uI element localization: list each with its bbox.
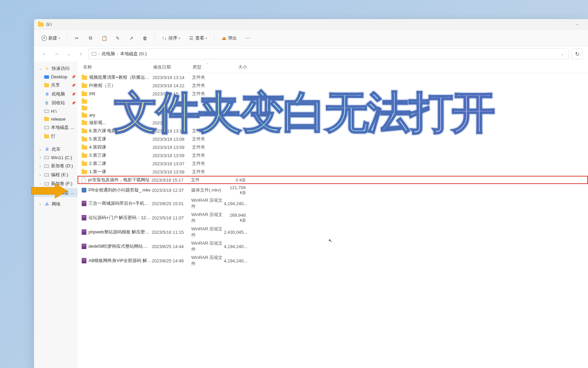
eject-button[interactable]: ⏏ 弹出	[218, 33, 240, 43]
recycle-icon: 🗑	[44, 100, 50, 106]
file-name: 3.第三课	[89, 152, 152, 158]
file-row[interactable]: 论坛源码+门户 解压密码：123.rar2023/5/18 11:07WinRA…	[78, 211, 588, 225]
file-type: 文件夹	[192, 82, 225, 89]
file-row[interactable]: 6.第六课 电影解说2023/3/19 13:16文件夹	[78, 127, 588, 135]
file-row[interactable]: PR全程遇到的小问题答疑_.mkv2023/3/19 12:37媒体文件(.mk…	[78, 184, 588, 196]
sort-button[interactable]: ↑↓ 排序 ▾	[158, 33, 184, 43]
sidebar-item[interactable]: 本地磁盘 (G:)	[34, 123, 78, 132]
file-type: 文件夹	[192, 169, 225, 175]
sidebar-item[interactable]: 🗑回收站📌	[34, 98, 78, 107]
sidebar-drive-item[interactable]: ›编程 (E:)	[34, 170, 78, 179]
address-bar[interactable]: › 此电脑 › 本地磁盘 (G:) ⌄	[88, 48, 569, 59]
rename-icon: ✎	[115, 35, 120, 41]
folder-icon	[44, 83, 49, 87]
file-name: 三合一商城源码带后台+手机版 解压密码...	[88, 200, 152, 206]
file-row[interactable]	[78, 105, 588, 111]
star-icon: ★	[44, 66, 50, 71]
sidebar-item[interactable]: release	[34, 115, 78, 123]
chevron-down-icon[interactable]: ⌄	[38, 148, 42, 151]
cut-button[interactable]: ✂	[71, 33, 83, 43]
file-list[interactable]: 视频批量消重+教程（防搬运工具9月更...2023/3/19 13:14文件夹P…	[78, 73, 588, 368]
view-button[interactable]: ☰ 查看 ▾	[185, 33, 211, 43]
file-row[interactable]: dede58织梦响应式整站网站源码模板 解...2023/8/25 14:44W…	[78, 239, 588, 254]
file-row[interactable]: 三合一商城源码带后台+手机版 解压密码...2023/8/25 15:01Win…	[78, 196, 588, 211]
sidebar-drive-item[interactable]: ›Win11 (C:)	[34, 154, 78, 162]
folder-icon	[82, 129, 87, 133]
chevron-down-icon[interactable]: ⌄	[559, 52, 566, 56]
file-row[interactable]: pr安装包及插件，电影下载网址2023/3/19 15:17文件0 KB	[78, 176, 588, 184]
file-row[interactable]: 2.第二课2023/3/19 13:07文件夹	[78, 159, 588, 168]
share-button[interactable]: ↗	[125, 33, 137, 43]
file-date: 2023/3/19 13:16	[152, 128, 192, 134]
sidebar-item[interactable]: 🖥此电脑📌	[34, 90, 78, 98]
more-button[interactable]: ⋯	[242, 33, 254, 43]
more-icon: ⋯	[245, 35, 250, 41]
chevron-icon: ›	[98, 52, 100, 56]
chevron-down-icon[interactable]: ⌄	[38, 67, 42, 71]
folder-icon	[82, 99, 87, 104]
folder-icon	[82, 106, 87, 110]
sidebar-item[interactable]: Desktop📌	[34, 73, 78, 81]
folder-icon	[82, 154, 87, 158]
recent-button[interactable]: ⌄	[64, 49, 74, 59]
breadcrumb-pc[interactable]: 此电脑	[102, 51, 115, 57]
file-row[interactable]: 1.第一课2023/3/19 13:59文件夹	[78, 168, 588, 176]
titlebar[interactable]: G:\ ─	[34, 19, 588, 30]
toolbar: + 新建 ▾ ✂ ⧉ 📋 ✎ ↗ 🗑 ↑↓ 排序 ▾ ☰ 查看 ▾ ⏏ 弹出 ⋯	[34, 30, 588, 46]
refresh-button[interactable]: ↻	[572, 48, 583, 59]
col-date[interactable]: 修改日期	[153, 64, 193, 70]
file-date: 2023/3/19 13:59	[152, 145, 192, 150]
file-type: 文件	[191, 177, 224, 183]
sidebar-item[interactable]: H:\	[34, 107, 78, 115]
folder-icon	[44, 117, 49, 121]
mkv-icon	[82, 188, 86, 193]
rename-button[interactable]: ✎	[112, 33, 124, 43]
file-row[interactable]: ary	[78, 111, 588, 119]
sidebar-network[interactable]: › 🖧 网络	[34, 200, 78, 209]
chevron-right-icon[interactable]: ›	[38, 164, 42, 168]
back-button[interactable]: ←	[39, 49, 49, 59]
sidebar-this-pc[interactable]: ⌄ 🖥 此车	[34, 145, 78, 154]
file-row[interactable]: 做影视...2023/	[78, 119, 588, 127]
paste-button[interactable]: 📋	[98, 33, 110, 43]
file-row[interactable]: 3.第三课2023/3/19 13:59文件夹	[78, 151, 588, 159]
sidebar-quick-access[interactable]: ⌄ ★ 快速访问	[34, 64, 78, 73]
col-type[interactable]: 类型⌄	[193, 64, 225, 70]
file-type: 文件夹	[192, 128, 225, 134]
file-row[interactable]: AB模板网终身VIP全部源码 解压密码：1...2023/8/25 14:46W…	[78, 254, 588, 268]
pc-icon: 🖥	[44, 91, 50, 97]
chevron-right-icon[interactable]: ›	[38, 173, 42, 177]
file-row[interactable]: Pr教程（三）2023/3/19 14:22文件夹	[78, 81, 588, 90]
up-button[interactable]: ↑	[76, 49, 86, 59]
forward-button[interactable]: →	[52, 49, 61, 59]
file-type: 文件夹	[192, 74, 225, 80]
file-date: 2023/	[152, 120, 192, 125]
file-date: 2023/5/18 11:15	[152, 230, 191, 235]
sidebar-drive-item[interactable]: ›新加卷 (D:)	[34, 162, 78, 170]
file-row[interactable]: 4.第四课2023/3/19 13:59文件夹	[78, 143, 588, 151]
file-date: 2023/3/19 13:08	[152, 137, 192, 142]
col-size[interactable]: 大小	[225, 64, 247, 70]
sort-label: 排序	[168, 35, 177, 41]
file-row[interactable]	[78, 98, 588, 105]
drive-icon	[44, 126, 49, 129]
sidebar-item[interactable]: 打	[34, 132, 78, 141]
new-button[interactable]: + 新建 ▾	[38, 33, 64, 43]
file-row[interactable]: 视频批量消重+教程（防搬运工具9月更...2023/3/19 13:14文件夹	[78, 73, 588, 81]
chevron-right-icon[interactable]: ›	[38, 202, 42, 206]
sidebar-item-label: 新加卷 (D:)	[51, 163, 75, 169]
chevron-right-icon[interactable]: ›	[38, 156, 42, 159]
pc-icon: 🖥	[44, 147, 50, 152]
col-name[interactable]: 名称	[82, 64, 153, 70]
copy-button[interactable]: ⧉	[84, 33, 97, 43]
file-row[interactable]: phpweb整站源码模板 解压密码：123.rar2023/5/18 11:15…	[78, 225, 588, 239]
minimize-button[interactable]: ─	[570, 20, 584, 29]
sort-icon: ↑↓	[162, 35, 167, 41]
file-row[interactable]: 5.第五课2023/3/19 13:08文件夹	[78, 135, 588, 143]
sidebar-item[interactable]: 共享📌	[34, 81, 78, 90]
breadcrumb-drive[interactable]: 本地磁盘 (G:)	[120, 51, 147, 57]
file-name: 5.第五课	[89, 136, 152, 142]
file-row[interactable]: PR2023/3/19 15:文件夹	[78, 90, 588, 98]
file-type: 媒体文件(.mkv)	[191, 187, 224, 193]
delete-button[interactable]: 🗑	[139, 33, 151, 43]
